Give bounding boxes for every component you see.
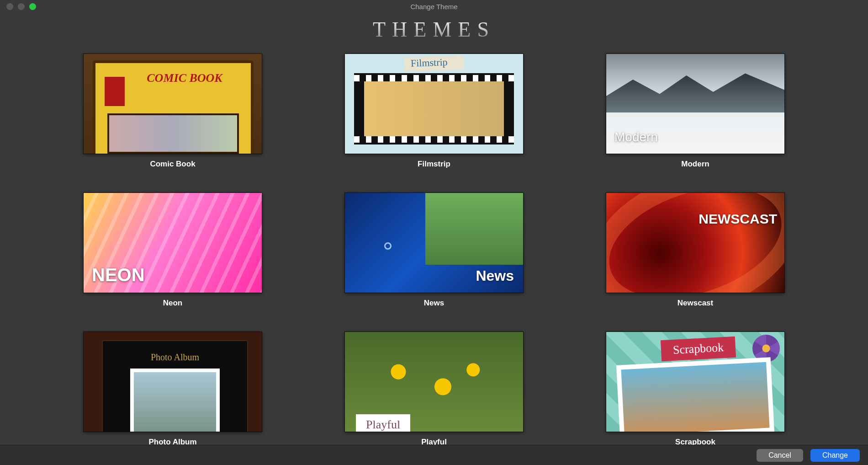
theme-overlay-text: COMIC BOOK — [146, 72, 223, 84]
theme-thumbnail: Scrapbook — [606, 331, 785, 432]
theme-overlay-text: NEWSCAST — [699, 211, 777, 227]
theme-label: News — [424, 299, 444, 308]
theme-newscast[interactable]: NEWSCAST Newscast — [606, 192, 785, 308]
theme-photo-album[interactable]: Photo Album Photo Album — [83, 331, 262, 447]
theme-label: Neon — [163, 299, 183, 308]
theme-grid: COMIC BOOK Comic Book Filmstrip Filmstri… — [0, 51, 868, 447]
theme-overlay-text: Modern — [614, 130, 658, 144]
theme-comic-book[interactable]: COMIC BOOK Comic Book — [83, 53, 262, 169]
theme-playful[interactable]: Playful Playful — [344, 331, 524, 447]
cancel-button[interactable]: Cancel — [757, 449, 803, 462]
theme-label: Comic Book — [150, 160, 195, 169]
theme-overlay-text: Filmstrip — [404, 56, 448, 69]
theme-modern[interactable]: Modern Modern — [606, 53, 785, 169]
theme-overlay-text: Photo Album — [103, 352, 247, 363]
theme-thumbnail: Photo Album — [83, 331, 262, 432]
window-zoom-button[interactable] — [29, 3, 36, 10]
theme-overlay-text: NEON — [92, 265, 145, 285]
theme-overlay-text: Scrapbook — [661, 337, 736, 361]
theme-neon[interactable]: NEON Neon — [83, 192, 262, 308]
theme-thumbnail: NEON — [83, 192, 262, 293]
window-title: Change Theme — [410, 3, 457, 11]
theme-thumbnail: Filmstrip — [344, 53, 524, 154]
footer: Cancel Change — [0, 445, 868, 465]
theme-overlay-text: News — [476, 267, 514, 284]
theme-thumbnail: News — [344, 192, 524, 293]
theme-news[interactable]: News News — [344, 192, 524, 308]
page-title: THEMES — [0, 17, 868, 42]
theme-filmstrip[interactable]: Filmstrip Filmstrip — [344, 53, 524, 169]
theme-label: Modern — [681, 160, 709, 169]
theme-label: Newscast — [677, 299, 713, 308]
theme-thumbnail: COMIC BOOK — [83, 53, 262, 154]
theme-label: Filmstrip — [418, 160, 450, 169]
titlebar: Change Theme — [0, 0, 868, 13]
header: THEMES — [0, 13, 868, 51]
window-minimize-button[interactable] — [18, 3, 25, 10]
change-button[interactable]: Change — [810, 449, 860, 462]
theme-overlay-text: Playful — [356, 414, 410, 432]
theme-scrapbook[interactable]: Scrapbook Scrapbook — [606, 331, 785, 447]
theme-thumbnail: Modern — [606, 53, 785, 154]
traffic-lights — [0, 3, 36, 10]
window-close-button[interactable] — [6, 3, 13, 10]
theme-thumbnail: Playful — [344, 331, 524, 432]
theme-thumbnail: NEWSCAST — [606, 192, 785, 293]
